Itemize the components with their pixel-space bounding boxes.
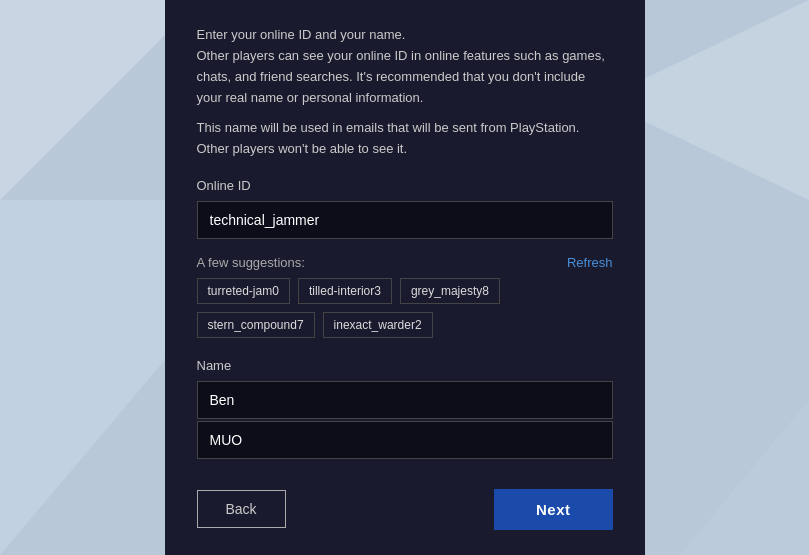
last-name-input[interactable] [197, 421, 613, 459]
first-name-input[interactable] [197, 381, 613, 419]
button-row: Back Next [197, 489, 613, 530]
suggestion-chip-2[interactable]: tilled-interior3 [298, 278, 392, 304]
description-line2: Other players can see your online ID in … [197, 48, 605, 105]
suggestion-chip-3[interactable]: grey_majesty8 [400, 278, 500, 304]
suggestion-chip-4[interactable]: stern_compound7 [197, 312, 315, 338]
description-line3: This name will be used in emails that wi… [197, 120, 580, 156]
suggestions-label: A few suggestions: [197, 255, 305, 270]
name-inputs [197, 381, 613, 461]
description-section: Enter your online ID and your name. Othe… [197, 25, 613, 160]
name-section: Name [197, 358, 613, 461]
suggestion-chip-5[interactable]: inexact_warder2 [323, 312, 433, 338]
suggestions-row: A few suggestions: Refresh [197, 255, 613, 270]
description-line1: Enter your online ID and your name. [197, 27, 406, 42]
name-label: Name [197, 358, 613, 373]
svg-marker-3 [680, 400, 809, 555]
suggestion-chip-1[interactable]: turreted-jam0 [197, 278, 290, 304]
suggestion-chips: turreted-jam0 tilled-interior3 grey_maje… [197, 278, 613, 338]
refresh-button[interactable]: Refresh [567, 255, 613, 270]
online-id-input[interactable] [197, 201, 613, 239]
online-id-label: Online ID [197, 178, 613, 193]
back-button[interactable]: Back [197, 490, 286, 528]
modal-overlay: Enter your online ID and your name. Othe… [165, 0, 645, 555]
modal-dialog: Enter your online ID and your name. Othe… [165, 0, 645, 555]
next-button[interactable]: Next [494, 489, 613, 530]
